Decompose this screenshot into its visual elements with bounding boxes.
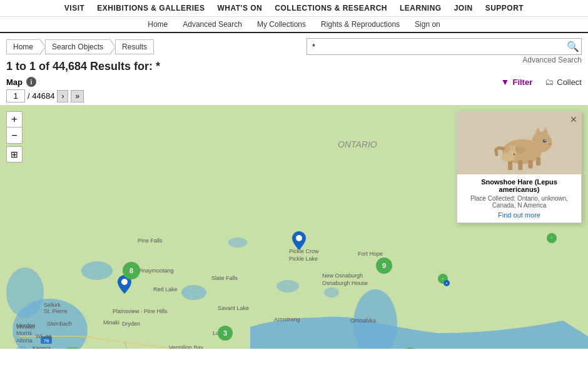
map-container: 76 132 75 61 801 ONTARIO Pickle Crow Pic…	[0, 105, 588, 349]
nav-learning[interactable]: LEARNING	[400, 4, 442, 12]
popup-card: ✕	[457, 111, 582, 223]
search-box-wrap: 🔍	[307, 38, 582, 55]
sub-nav: Home Advanced Search My Collections Righ…	[0, 16, 588, 32]
nav-whats-on[interactable]: WHAT'S ON	[218, 4, 263, 12]
svg-point-40	[510, 146, 513, 152]
svg-point-42	[514, 154, 515, 156]
search-input[interactable]	[307, 38, 582, 55]
svg-rect-14	[67, 348, 78, 349]
layers-button[interactable]: ⊞	[6, 146, 23, 162]
svg-rect-34	[518, 160, 522, 170]
svg-point-22	[296, 235, 302, 241]
popup-indicator[interactable]: ·	[444, 280, 450, 286]
popup-place: Place Collected: Ontario, unknown, Canad…	[462, 195, 576, 209]
svg-point-32	[549, 143, 552, 146]
zoom-out-button[interactable]: −	[6, 128, 23, 144]
main-nav: VISIT EXHIBITIONS & GALLERIES WHAT'S ON …	[0, 4, 588, 16]
cluster-8[interactable]: 8	[123, 262, 140, 279]
sub-nav-rights[interactable]: Rights & Reproductions	[321, 20, 400, 29]
map-background[interactable]: 76 132 75 61 801 ONTARIO Pickle Crow Pic…	[0, 105, 588, 349]
pagination: / 44684 › »	[0, 89, 588, 105]
nav-join[interactable]: JOIN	[454, 4, 473, 12]
svg-point-27	[532, 132, 552, 152]
search-button[interactable]: 🔍	[567, 41, 579, 52]
svg-point-8	[276, 280, 299, 292]
popup-title: Snowshoe Hare (Lepus americanus)	[462, 178, 576, 193]
svg-point-31	[545, 140, 546, 141]
svg-point-7	[81, 261, 113, 280]
svg-rect-35	[528, 160, 532, 169]
map-marker-pickle-lake[interactable]	[292, 231, 306, 252]
breadcrumb-search-objects[interactable]: Search Objects	[45, 39, 110, 54]
cluster-9[interactable]: 9	[376, 258, 392, 274]
svg-point-9	[228, 238, 247, 248]
sub-nav-sign-on[interactable]: Sign on	[415, 20, 440, 29]
popup-image	[457, 112, 581, 174]
sub-nav-my-collections[interactable]: My Collections	[257, 20, 306, 29]
popup-body: Snowshoe Hare (Lepus americanus) Place C…	[457, 174, 581, 222]
popup-find-out-more-link[interactable]: Find out more	[498, 211, 540, 219]
svg-point-30	[543, 139, 546, 142]
map-controls-bar: Map i ▼ Filter 🗂 Collect	[0, 76, 588, 89]
breadcrumb-results[interactable]: Results	[115, 39, 154, 54]
map-label-group: Map i	[6, 77, 36, 87]
nav-exhibitions[interactable]: EXHIBITIONS & GALLERIES	[97, 4, 205, 12]
breadcrumb-home[interactable]: Home	[6, 39, 40, 54]
filter-icon: ▼	[501, 77, 510, 87]
next-page-button[interactable]: ›	[57, 90, 68, 102]
collect-icon: 🗂	[545, 77, 554, 87]
search-area: Home Search Objects Results 🔍 Advanced S…	[0, 33, 588, 55]
sub-nav-home[interactable]: Home	[148, 20, 168, 29]
nav-collections[interactable]: COLLECTIONS & RESEARCH	[275, 4, 387, 12]
last-page-button[interactable]: »	[71, 90, 84, 102]
svg-point-2	[6, 268, 44, 318]
advanced-search-link[interactable]: Advanced Search	[522, 56, 582, 64]
zoom-in-button[interactable]: +	[6, 111, 23, 128]
svg-point-39	[509, 149, 517, 158]
top-nav: VISIT EXHIBITIONS & GALLERIES WHAT'S ON …	[0, 0, 588, 33]
svg-point-41	[513, 146, 515, 152]
right-controls: ▼ Filter 🗂 Collect	[501, 77, 582, 87]
page-input[interactable]	[6, 89, 25, 102]
collect-button[interactable]: 🗂 Collect	[545, 77, 582, 87]
filter-button[interactable]: ▼ Filter	[501, 77, 533, 87]
collect-label: Collect	[557, 78, 582, 87]
breadcrumb: Home Search Objects Results	[6, 39, 154, 54]
nav-support[interactable]: SUPPORT	[485, 4, 524, 12]
svg-point-10	[324, 288, 339, 298]
cluster-3-ignace[interactable]: 3	[218, 326, 233, 341]
filter-label: Filter	[512, 78, 532, 87]
svg-point-23	[121, 279, 128, 285]
popup-close-button[interactable]: ✕	[570, 114, 577, 124]
svg-text:76: 76	[44, 338, 49, 344]
sub-nav-advanced-search[interactable]: Advanced Search	[183, 20, 242, 29]
results-summary: 1 to 1 of 44,684 Results for: *	[0, 55, 588, 76]
map-label-text: Map	[6, 78, 23, 87]
map-zoom-controls: + − ⊞	[6, 111, 23, 162]
nav-visit[interactable]: VISIT	[64, 4, 85, 12]
animal-illustration	[469, 115, 569, 171]
map-info-icon[interactable]: i	[26, 77, 36, 87]
cluster-dot-far-ne[interactable]: ·	[547, 233, 557, 243]
svg-rect-36	[536, 158, 540, 166]
svg-point-6	[181, 285, 206, 300]
pagination-of: / 44684	[28, 91, 54, 101]
